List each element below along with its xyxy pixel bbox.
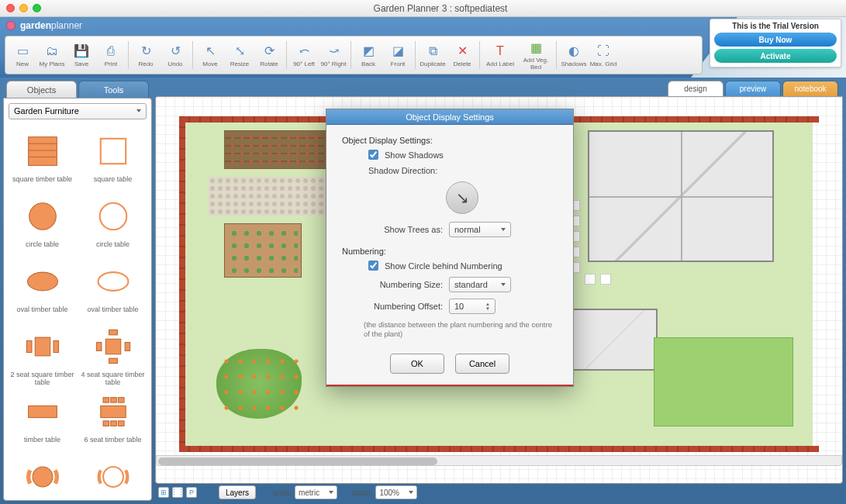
- object-item[interactable]: 4 seat square timber table: [78, 323, 148, 388]
- back-button[interactable]: ◩Back: [354, 39, 382, 71]
- delete-icon: ✕: [454, 43, 470, 59]
- rotate-left-button[interactable]: ⤺90° Left: [290, 39, 318, 71]
- stepping-stone: [585, 274, 596, 285]
- main-toolbar: ▭New 🗂My Plans 💾Save ⎙Print ↻Redo ↺Undo …: [5, 36, 703, 74]
- svg-rect-18: [100, 406, 125, 417]
- layers-button[interactable]: Layers: [219, 485, 256, 499]
- object-item[interactable]: timber table: [7, 388, 78, 453]
- rotate-right-button[interactable]: ⤻90° Right: [319, 39, 347, 71]
- svg-rect-0: [28, 136, 57, 165]
- svg-rect-16: [125, 342, 129, 350]
- tab-preview[interactable]: preview: [725, 81, 781, 96]
- svg-rect-20: [110, 397, 116, 402]
- resize-button[interactable]: ⤡Resize: [226, 39, 254, 71]
- duplicate-button[interactable]: ⧉Duplicate: [419, 39, 447, 71]
- zoom-label: zoom:: [351, 488, 372, 497]
- print-button[interactable]: ⎙Print: [97, 39, 125, 71]
- object-item[interactable]: 6 seat timber table: [78, 388, 148, 453]
- chevron-down-icon: [136, 109, 141, 112]
- units-select[interactable]: metric: [295, 485, 337, 499]
- shadow-direction-dial[interactable]: ↘: [446, 181, 478, 214]
- redo-button[interactable]: ↻Redo: [132, 39, 160, 71]
- square-timber-table-icon: [22, 130, 64, 172]
- numbering-offset-spinner[interactable]: 10▲▼: [449, 299, 496, 314]
- show-shadows-checkbox[interactable]: [368, 150, 378, 160]
- tab-notebook[interactable]: notebook: [782, 81, 838, 96]
- move-button[interactable]: ↖Move: [196, 39, 224, 71]
- oval-timber-table-icon: [22, 261, 64, 302]
- front-button[interactable]: ◪Front: [384, 39, 412, 71]
- dialog-title: Object Display Settings: [326, 109, 573, 125]
- object-item[interactable]: square table: [78, 127, 148, 192]
- resize-icon: ⤡: [232, 43, 247, 59]
- cancel-button[interactable]: Cancel: [455, 354, 509, 374]
- svg-rect-22: [103, 421, 109, 426]
- scroll-thumb[interactable]: [158, 457, 437, 465]
- horizontal-scrollbar[interactable]: [156, 455, 842, 466]
- new-button[interactable]: ▭New: [9, 39, 36, 71]
- minimize-window-icon[interactable]: [19, 4, 28, 12]
- object-item[interactable]: circle table with 2 chairs: [78, 453, 148, 500]
- svg-rect-21: [118, 397, 124, 402]
- 6seat-table-icon: [92, 391, 134, 433]
- numbering-size-select[interactable]: standard: [449, 277, 511, 292]
- zoom-window-icon[interactable]: [33, 4, 41, 12]
- circle-behind-label: Show Circle behind Numbering: [385, 261, 502, 271]
- ok-button[interactable]: OK: [390, 354, 444, 374]
- tab-design[interactable]: design: [668, 81, 723, 96]
- svg-rect-12: [105, 339, 120, 354]
- show-trees-select[interactable]: normal: [449, 222, 511, 237]
- object-item[interactable]: circle table with 2 chairs: [7, 453, 78, 500]
- print-icon: ⎙: [103, 43, 119, 59]
- category-dropdown[interactable]: Garden Furniture: [9, 103, 147, 119]
- chevron-down-icon: [409, 491, 413, 494]
- offset-note: (the distance between the plant numberin…: [364, 320, 558, 340]
- status-grid-icon[interactable]: ⊞: [158, 487, 169, 498]
- add-label-button[interactable]: TAdd Label: [483, 39, 517, 71]
- save-button[interactable]: 💾Save: [67, 39, 95, 71]
- bring-front-icon: ◪: [390, 43, 406, 59]
- activate-button[interactable]: Activate: [714, 49, 837, 63]
- delete-button[interactable]: ✕Delete: [448, 39, 476, 71]
- numbering-offset-label: Numbering Offset:: [342, 302, 443, 311]
- object-item[interactable]: oval timber table: [78, 257, 148, 323]
- object-item[interactable]: 2 seat square timber table: [7, 323, 78, 388]
- rotate-button[interactable]: ⟳Rotate: [255, 39, 283, 71]
- myplans-button[interactable]: 🗂My Plans: [38, 39, 66, 71]
- brick-border-left: [179, 116, 185, 452]
- close-window-icon[interactable]: [6, 4, 15, 12]
- shadows-button[interactable]: ◐Shadows: [560, 39, 588, 71]
- circle-behind-checkbox[interactable]: [368, 261, 378, 271]
- chevron-down-icon: ▼: [485, 306, 490, 311]
- chevron-down-icon: [501, 228, 506, 231]
- status-dotgrid-icon[interactable]: ⋮⋮: [172, 487, 183, 498]
- undo-button[interactable]: ↺Undo: [161, 39, 189, 71]
- brand-light: planner: [51, 20, 82, 31]
- label-icon: T: [492, 43, 508, 59]
- svg-rect-19: [103, 397, 109, 402]
- object-item[interactable]: circle table: [7, 192, 78, 257]
- svg-point-7: [27, 272, 57, 291]
- buy-now-button[interactable]: Buy Now: [714, 33, 837, 47]
- circle-table-icon: [22, 195, 64, 237]
- chevron-down-icon: [329, 491, 333, 494]
- objects-grid[interactable]: square timber table square table circle …: [4, 124, 151, 500]
- status-p-icon[interactable]: P: [186, 487, 197, 498]
- trial-title: This is the Trial Version: [714, 22, 837, 30]
- toolbar-separator: [479, 41, 480, 69]
- max-grid-button[interactable]: ⛶Max. Grid: [589, 39, 617, 71]
- toolbar-separator: [192, 41, 193, 69]
- svg-point-26: [103, 467, 123, 487]
- zoom-select[interactable]: 100%: [375, 485, 417, 499]
- shadow-direction-label: Shadow Direction:: [368, 166, 437, 175]
- add-veg-bed-button[interactable]: ▦Add Veg. Bed: [519, 39, 553, 71]
- toolbar-separator: [350, 41, 351, 69]
- app-header: gardenplanner This is the Trial Version …: [0, 17, 846, 78]
- new-file-icon: ▭: [15, 43, 30, 59]
- tab-tools[interactable]: Tools: [78, 81, 149, 98]
- object-item[interactable]: oval timber table: [7, 257, 78, 323]
- object-item[interactable]: circle table: [78, 192, 148, 257]
- object-item[interactable]: square timber table: [7, 127, 78, 192]
- undo-icon: ↺: [167, 43, 183, 59]
- tab-objects[interactable]: Objects: [6, 81, 77, 98]
